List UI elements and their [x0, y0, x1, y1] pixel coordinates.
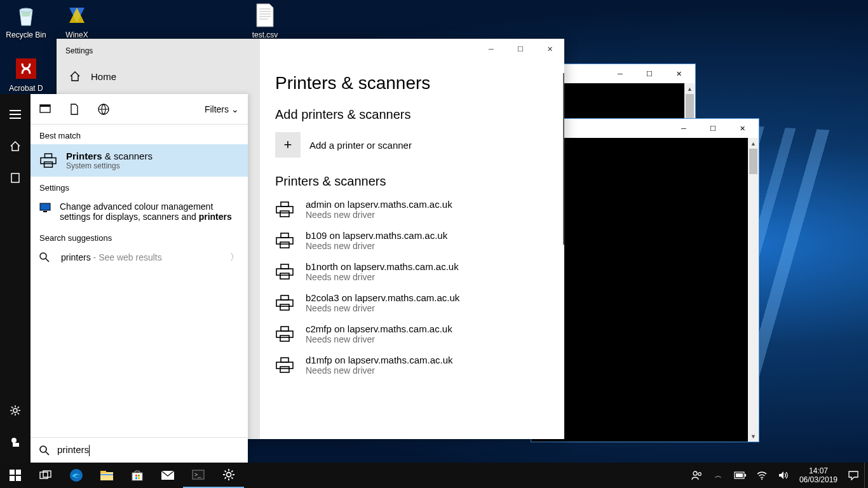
- acrobat-icon: [12, 55, 40, 83]
- show-desktop-button[interactable]: [864, 463, 868, 488]
- tray-overflow-icon[interactable]: ︿: [708, 463, 729, 488]
- svg-text:>_: >_: [194, 471, 201, 478]
- svg-rect-16: [280, 336, 289, 341]
- search-suggestion-web[interactable]: printers - See web results 〉: [31, 247, 248, 268]
- scrollbar[interactable]: ▲ ▼: [748, 138, 759, 442]
- search-icon: [39, 252, 52, 262]
- svg-point-52: [227, 473, 231, 477]
- plus-icon: +: [275, 132, 301, 158]
- printer-item[interactable]: b109 on lapserv.maths.cam.ac.ukNeeds new…: [275, 230, 549, 251]
- add-printer-label: Add a printer or scanner: [309, 140, 412, 151]
- taskbar-mail[interactable]: [153, 463, 183, 488]
- close-button[interactable]: ✕: [665, 65, 693, 83]
- rail-settings-icon[interactable]: [0, 402, 31, 419]
- bestmatch-subtitle: System settings: [66, 161, 153, 170]
- taskbar-settings[interactable]: [214, 463, 244, 488]
- search-result-bestmatch[interactable]: Printers & scanners System settings: [31, 144, 248, 177]
- tray-wifi-icon[interactable]: [751, 463, 773, 488]
- scroll-thumb[interactable]: [749, 149, 757, 174]
- taskbar-cmd[interactable]: >_: [183, 463, 214, 488]
- bestmatch-title: Printers & scanners: [66, 151, 153, 161]
- tray-action-center-icon[interactable]: [843, 463, 864, 488]
- window-titlebar[interactable]: ─ ☐ ✕: [531, 119, 759, 138]
- tray-volume-icon[interactable]: [773, 463, 794, 488]
- start-button[interactable]: [0, 463, 31, 488]
- printer-name: b109 on lapserv.maths.cam.ac.uk: [306, 230, 447, 241]
- close-button[interactable]: ✕: [728, 119, 756, 137]
- svg-rect-6: [276, 238, 293, 244]
- printer-item[interactable]: c2mfp on lapserv.maths.cam.ac.ukNeeds ne…: [275, 323, 549, 344]
- rail-home-icon[interactable]: [0, 137, 31, 155]
- scroll-indicator[interactable]: [563, 73, 564, 245]
- add-printer-row[interactable]: + Add a printer or scanner: [275, 132, 549, 158]
- tray-people-icon[interactable]: [686, 463, 708, 488]
- cmd-window-2[interactable]: ─ ☐ ✕ ▲ ▼: [531, 118, 759, 442]
- search-input[interactable]: printers: [57, 444, 90, 456]
- settings-app-title: Settings: [57, 44, 260, 64]
- minimize-button[interactable]: ─: [477, 39, 506, 59]
- scroll-thumb[interactable]: [686, 94, 694, 119]
- printer-icon: [275, 264, 294, 280]
- printer-item[interactable]: d1mfp on lapserv.maths.cam.ac.ukNeeds ne…: [275, 355, 549, 376]
- minimize-button[interactable]: ─: [670, 119, 698, 137]
- printer-status: Needs new driver: [306, 272, 459, 282]
- rail-feedback-icon[interactable]: [0, 433, 31, 451]
- desktop-icon-recycle-bin[interactable]: Recycle Bin: [3, 1, 50, 39]
- svg-rect-37: [16, 476, 21, 481]
- desktop-icon-testcsv[interactable]: test.csv: [241, 1, 288, 39]
- home-icon: [69, 71, 81, 82]
- maximize-button[interactable]: ☐: [699, 119, 727, 137]
- suggestion-text: printers - See web results: [61, 252, 162, 262]
- taskbar-edge[interactable]: [61, 463, 92, 488]
- scroll-down-icon[interactable]: ▼: [748, 431, 759, 442]
- search-input-row[interactable]: printers: [31, 437, 248, 463]
- svg-rect-35: [16, 470, 21, 475]
- svg-rect-47: [135, 477, 137, 479]
- search-section-bestmatch: Best match: [31, 125, 248, 144]
- search-tab-documents-icon[interactable]: [69, 104, 80, 115]
- desktop-icon-label: test.csv: [241, 30, 288, 39]
- tray-time: 14:07: [799, 466, 837, 475]
- taskbar-explorer[interactable]: [92, 463, 122, 488]
- tray-clock[interactable]: 14:07 06/03/2019: [794, 466, 843, 484]
- desktop-icon-label: Recycle Bin: [3, 30, 50, 39]
- tray-battery-icon[interactable]: [729, 463, 751, 488]
- search-tab-apps-icon[interactable]: [39, 104, 51, 115]
- scroll-up-icon[interactable]: ▲: [748, 138, 759, 149]
- maximize-button[interactable]: ☐: [506, 39, 535, 59]
- printer-item[interactable]: b1north on lapserv.maths.cam.ac.ukNeeds …: [275, 261, 549, 282]
- printer-name: b2cola3 on lapserv.maths.cam.ac.uk: [306, 292, 459, 303]
- minimize-button[interactable]: ─: [606, 65, 634, 83]
- window-controls: ─ ☐ ✕: [477, 39, 564, 59]
- printer-icon: [275, 357, 294, 374]
- search-tab-web-icon[interactable]: [98, 104, 109, 115]
- svg-rect-3: [276, 207, 293, 213]
- settings-home-link[interactable]: Home: [57, 64, 260, 88]
- tray-date: 06/03/2019: [799, 475, 837, 484]
- close-button[interactable]: ✕: [535, 39, 564, 59]
- search-section-suggestions: Search suggestions: [31, 227, 248, 247]
- rail-notebook-icon[interactable]: [0, 169, 31, 187]
- task-view-button[interactable]: [31, 463, 61, 488]
- printer-status: Needs new driver: [306, 365, 453, 376]
- search-filters-button[interactable]: Filters ⌄: [205, 104, 239, 114]
- desktop-icon-acrobat[interactable]: Acrobat D: [3, 55, 50, 93]
- maximize-button[interactable]: ☐: [635, 65, 663, 83]
- svg-rect-48: [138, 477, 140, 479]
- rail-menu-icon[interactable]: [0, 105, 31, 123]
- svg-point-33: [40, 446, 46, 452]
- file-icon: [251, 1, 279, 29]
- svg-rect-19: [280, 367, 289, 372]
- svg-point-32: [40, 253, 46, 259]
- taskbar-store[interactable]: [122, 463, 153, 488]
- search-result-colour-management[interactable]: Change advanced colour management settin…: [31, 196, 248, 227]
- svg-rect-8: [281, 264, 288, 269]
- svg-rect-17: [281, 358, 288, 362]
- scroll-up-icon[interactable]: ▲: [684, 83, 695, 94]
- desktop-icon-winex[interactable]: WineX: [53, 1, 100, 39]
- filters-label: Filters: [205, 104, 229, 114]
- printer-item[interactable]: admin on lapserv.maths.cam.ac.ukNeeds ne…: [275, 199, 549, 220]
- svg-rect-18: [276, 362, 293, 369]
- printer-item[interactable]: b2cola3 on lapserv.maths.cam.ac.ukNeeds …: [275, 292, 549, 313]
- svg-point-22: [11, 438, 17, 443]
